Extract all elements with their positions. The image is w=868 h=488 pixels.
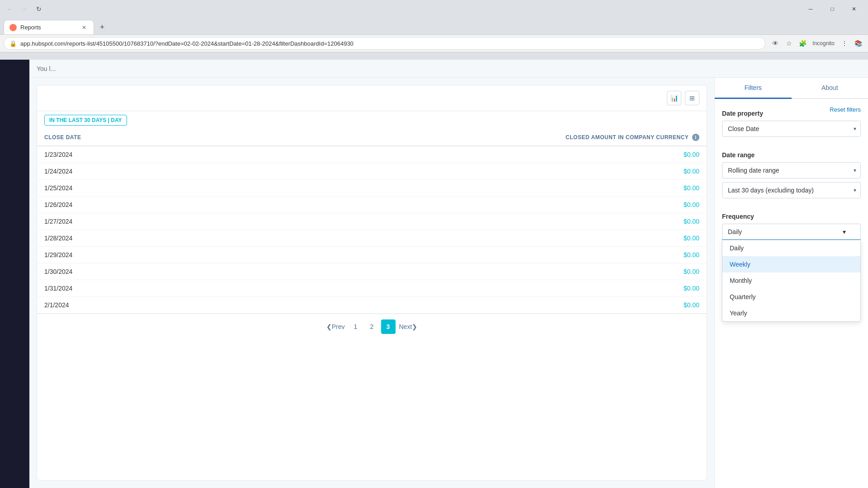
page-3-button[interactable]: 3 bbox=[381, 319, 396, 334]
url-text: app.hubspot.com/reports-list/45105500/10… bbox=[20, 40, 760, 47]
table-row: 1/24/2024 $0.00 bbox=[37, 163, 707, 180]
close-date-cell: 2/1/2024 bbox=[37, 297, 209, 314]
bookmarks-button[interactable]: 📚 bbox=[852, 37, 864, 50]
right-panel: Filters About Reset filters Date propert… bbox=[714, 78, 868, 488]
table-row: 1/31/2024 $0.00 bbox=[37, 280, 707, 297]
report-content: 📊 ⊞ IN THE LAST 30 DAYS | DAY CLOSE DATE… bbox=[29, 78, 868, 488]
frequency-label: Frequency bbox=[722, 213, 861, 220]
date-filter-badge[interactable]: IN THE LAST 30 DAYS | DAY bbox=[44, 115, 127, 126]
panel-body: Reset filters Date property Close Date D… bbox=[715, 99, 868, 488]
page-2-button[interactable]: 2 bbox=[365, 319, 379, 334]
date-range-sub-select-wrapper: Last 30 days (excluding today) bbox=[722, 182, 861, 198]
maximize-button[interactable]: □ bbox=[822, 2, 843, 16]
amount-cell: $0.00 bbox=[209, 163, 707, 180]
left-sidebar bbox=[0, 60, 29, 488]
new-tab-button[interactable]: + bbox=[96, 21, 108, 33]
close-date-cell: 1/25/2024 bbox=[37, 180, 209, 197]
active-tab[interactable]: Reports ✕ bbox=[4, 20, 94, 34]
amount-cell: $0.00 bbox=[209, 213, 707, 230]
table-header-bar: 📊 ⊞ bbox=[37, 85, 707, 111]
table-row: 1/27/2024 $0.00 bbox=[37, 213, 707, 230]
table-row: 1/26/2024 $0.00 bbox=[37, 197, 707, 213]
page-1-button[interactable]: 1 bbox=[349, 319, 363, 334]
tab-about[interactable]: About bbox=[792, 78, 868, 99]
incognito-button[interactable]: Incognito bbox=[810, 38, 837, 48]
table-section: 📊 ⊞ IN THE LAST 30 DAYS | DAY CLOSE DATE… bbox=[37, 85, 707, 481]
back-button[interactable]: ← bbox=[4, 3, 16, 15]
date-range-label: Date range bbox=[722, 151, 861, 159]
amount-cell: $0.00 bbox=[209, 297, 707, 314]
bookmark-star-button[interactable]: ☆ bbox=[783, 37, 795, 50]
frequency-option-monthly[interactable]: Monthly bbox=[722, 272, 860, 289]
you-bar-text: You l... bbox=[37, 65, 56, 72]
chart-view-button[interactable]: 📊 bbox=[667, 91, 681, 105]
amount-cell: $0.00 bbox=[209, 263, 707, 280]
table-view-button[interactable]: ⊞ bbox=[685, 91, 699, 105]
table-row: 1/29/2024 $0.00 bbox=[37, 247, 707, 263]
pagination: ❮ Prev 1 2 3 Next ❯ bbox=[37, 314, 707, 339]
frequency-option-quarterly[interactable]: Quarterly bbox=[722, 289, 860, 305]
amount-cell: $0.00 bbox=[209, 146, 707, 163]
forward-button[interactable]: → bbox=[18, 3, 31, 15]
data-table: CLOSE DATE CLOSED AMOUNT IN COMPANY CURR… bbox=[37, 129, 707, 314]
refresh-button[interactable]: ↻ bbox=[33, 3, 45, 15]
frequency-option-daily[interactable]: Daily bbox=[722, 240, 860, 256]
next-page-button[interactable]: Next ❯ bbox=[397, 319, 420, 334]
close-date-cell: 1/27/2024 bbox=[37, 213, 209, 230]
lock-icon: 🔒 bbox=[9, 40, 17, 47]
main-area: You l... 📊 ⊞ IN THE LAST 30 DAYS | DAY bbox=[29, 60, 868, 488]
table-row: 1/30/2024 $0.00 bbox=[37, 263, 707, 280]
frequency-select-display[interactable]: Daily ▾ bbox=[722, 224, 861, 240]
closed-amount-header: CLOSED AMOUNT IN COMPANY CURRENCY i bbox=[209, 129, 707, 146]
close-date-cell: 1/24/2024 bbox=[37, 163, 209, 180]
date-range-select-wrapper: Rolling date range bbox=[722, 162, 861, 178]
amount-cell: $0.00 bbox=[209, 180, 707, 197]
frequency-select-wrapper: Daily ▾ DailyWeeklyMonthlyQuarterlyYearl… bbox=[722, 224, 861, 322]
date-property-select[interactable]: Close Date bbox=[722, 121, 861, 137]
close-date-header: CLOSE DATE bbox=[37, 129, 209, 146]
table-row: 2/1/2024 $0.00 bbox=[37, 297, 707, 314]
close-date-cell: 1/23/2024 bbox=[37, 146, 209, 163]
close-date-cell: 1/30/2024 bbox=[37, 263, 209, 280]
prev-page-button[interactable]: ❮ Prev bbox=[325, 319, 347, 334]
panel-tabs: Filters About bbox=[715, 78, 868, 99]
chevron-down-icon: ▾ bbox=[843, 228, 846, 235]
amount-cell: $0.00 bbox=[209, 230, 707, 247]
table-row: 1/28/2024 $0.00 bbox=[37, 230, 707, 247]
tab-filters[interactable]: Filters bbox=[715, 78, 792, 99]
table-header-row: CLOSE DATE CLOSED AMOUNT IN COMPANY CURR… bbox=[37, 129, 707, 146]
address-bar[interactable]: 🔒 app.hubspot.com/reports-list/45105500/… bbox=[4, 37, 765, 50]
frequency-dropdown-menu: DailyWeeklyMonthlyQuarterlyYearly bbox=[722, 240, 861, 322]
amount-cell: $0.00 bbox=[209, 197, 707, 213]
close-date-cell: 1/26/2024 bbox=[37, 197, 209, 213]
tab-title: Reports bbox=[20, 24, 76, 31]
menu-button[interactable]: ⋮ bbox=[838, 37, 851, 50]
date-range-select[interactable]: Rolling date range bbox=[722, 162, 861, 178]
reset-filters-link[interactable]: Reset filters bbox=[830, 106, 861, 113]
close-date-cell: 1/28/2024 bbox=[37, 230, 209, 247]
tab-favicon bbox=[9, 24, 17, 31]
incognito-label: Incognito bbox=[812, 40, 835, 47]
date-property-section: Date property Close Date bbox=[722, 110, 861, 137]
tab-close-button[interactable]: ✕ bbox=[80, 23, 88, 32]
extensions-button[interactable]: 🧩 bbox=[796, 37, 809, 50]
you-bar: You l... bbox=[29, 60, 868, 78]
frequency-option-yearly[interactable]: Yearly bbox=[722, 305, 860, 321]
close-button[interactable]: ✕ bbox=[844, 2, 864, 16]
eye-off-button[interactable]: 👁 bbox=[769, 37, 782, 50]
close-date-cell: 1/29/2024 bbox=[37, 247, 209, 263]
table-row: 1/23/2024 $0.00 bbox=[37, 146, 707, 163]
amount-cell: $0.00 bbox=[209, 247, 707, 263]
info-icon[interactable]: i bbox=[692, 134, 699, 141]
frequency-section: Frequency Daily ▾ DailyWeeklyMonthlyQuar… bbox=[722, 213, 861, 322]
close-date-cell: 1/31/2024 bbox=[37, 280, 209, 297]
date-range-sub-select[interactable]: Last 30 days (excluding today) bbox=[722, 182, 861, 198]
amount-cell: $0.00 bbox=[209, 280, 707, 297]
date-property-select-wrapper: Close Date bbox=[722, 121, 861, 137]
table-row: 1/25/2024 $0.00 bbox=[37, 180, 707, 197]
frequency-option-weekly[interactable]: Weekly bbox=[722, 256, 860, 272]
minimize-button[interactable]: ─ bbox=[800, 2, 821, 16]
frequency-current-value: Daily bbox=[728, 228, 742, 235]
date-range-section: Date range Rolling date range Last 30 da… bbox=[722, 151, 861, 198]
